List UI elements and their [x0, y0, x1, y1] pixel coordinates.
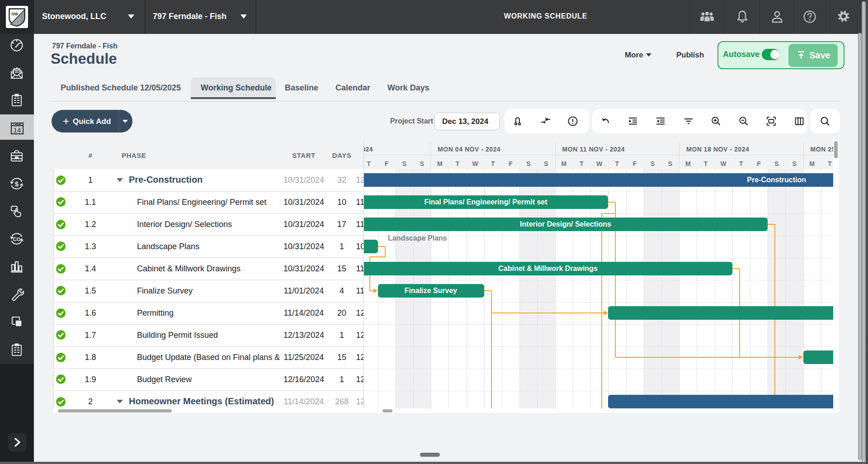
svg-text:SW: SW	[11, 12, 18, 16]
svg-text:CO: CO	[13, 237, 21, 242]
svg-text:14: 14	[14, 126, 21, 134]
svg-text:$: $	[15, 180, 19, 188]
